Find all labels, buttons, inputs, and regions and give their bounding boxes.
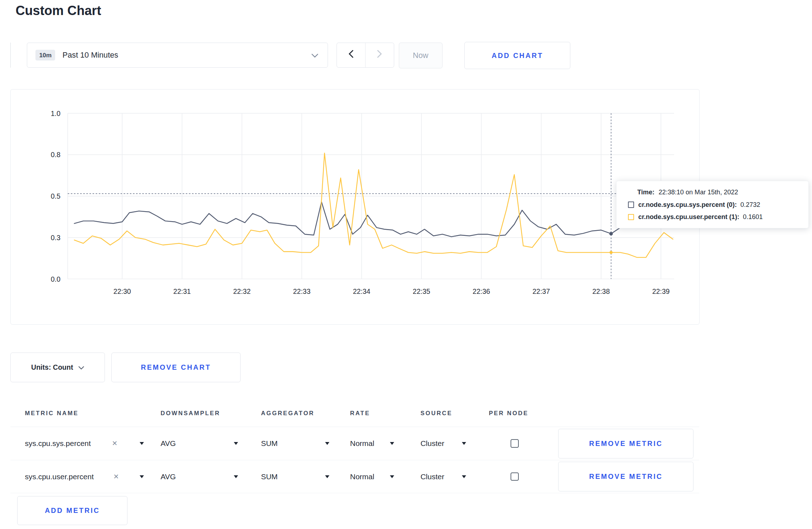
rate-select[interactable]: Normal — [350, 439, 394, 448]
tooltip-series-value: 0.1601 — [743, 213, 763, 221]
page-title: Custom Chart — [15, 3, 101, 18]
toolbar-divider — [10, 43, 11, 68]
step-forward-button[interactable] — [366, 43, 394, 68]
svg-text:22:38: 22:38 — [592, 287, 610, 295]
svg-text:22:37: 22:37 — [532, 287, 550, 295]
chevron-right-icon — [377, 50, 382, 60]
custom-chart-page: Custom Chart 10m Past 10 Minutes Now ADD… — [0, 0, 812, 529]
aggregator-select[interactable]: SUM — [261, 472, 329, 481]
col-header-source: SOURCE — [420, 410, 489, 417]
caret-down-icon — [390, 442, 394, 445]
metrics-table-header: METRIC NAME DOWNSAMPLER AGGREGATOR RATE … — [10, 400, 699, 427]
metric-name-select[interactable]: sys.cpu.user.percent ✕ — [25, 472, 144, 481]
svg-text:22:30: 22:30 — [113, 287, 131, 295]
svg-text:22:39: 22:39 — [652, 287, 670, 295]
tooltip-series-row: cr.node.sys.cpu.user.percent (1): 0.1601 — [628, 213, 799, 221]
caret-down-icon — [325, 475, 329, 478]
chart-svg: 22:3022:3122:3222:3322:3422:3522:3622:37… — [11, 89, 699, 324]
svg-text:0.3: 0.3 — [51, 234, 61, 242]
caret-down-icon — [234, 442, 238, 445]
svg-text:22:36: 22:36 — [473, 287, 490, 295]
tooltip-time: Time:22:38:10 on Mar 15th, 2022 — [637, 189, 799, 196]
aggregator-value: SUM — [261, 439, 278, 448]
source-select[interactable]: Cluster — [420, 439, 466, 448]
chart-panel[interactable]: 22:3022:3122:3222:3322:3422:3522:3622:37… — [10, 89, 700, 325]
step-back-button[interactable] — [337, 43, 366, 68]
svg-text:0.0: 0.0 — [51, 275, 61, 283]
chevron-down-icon — [311, 50, 318, 60]
remove-metric-button[interactable]: REMOVE METRIC — [558, 429, 693, 458]
svg-text:22:32: 22:32 — [233, 287, 251, 295]
caret-down-icon — [462, 442, 466, 445]
svg-text:22:33: 22:33 — [293, 287, 310, 295]
metric-name-value: sys.cpu.user.percent — [25, 472, 93, 481]
time-range-badge: 10m — [35, 50, 55, 60]
tooltip-series-name: cr.node.sys.cpu.user.percent (1): — [638, 213, 739, 221]
close-icon[interactable]: ✕ — [113, 473, 119, 481]
add-chart-button[interactable]: ADD CHART — [464, 42, 570, 69]
add-metric-button[interactable]: ADD METRIC — [17, 496, 128, 525]
caret-down-icon — [234, 475, 238, 478]
caret-down-icon — [462, 475, 466, 478]
units-label: Units: Count — [31, 363, 73, 372]
svg-text:0.5: 0.5 — [51, 192, 61, 200]
downsampler-select[interactable]: AVG — [160, 439, 238, 448]
chart-tooltip: Time:22:38:10 on Mar 15th, 2022 cr.node.… — [616, 181, 809, 228]
metric-name-value: sys.cpu.sys.percent — [25, 439, 91, 448]
caret-down-icon — [325, 442, 329, 445]
time-range-label: Past 10 Minutes — [63, 50, 311, 60]
chevron-down-icon — [78, 363, 84, 372]
tooltip-time-label: Time: — [637, 189, 654, 196]
units-select[interactable]: Units: Count — [10, 353, 105, 382]
aggregator-value: SUM — [261, 472, 278, 481]
col-header-downsampler: DOWNSAMPLER — [160, 410, 261, 417]
close-icon[interactable]: ✕ — [112, 440, 118, 447]
remove-metric-button[interactable]: REMOVE METRIC — [558, 462, 693, 491]
svg-text:22:34: 22:34 — [353, 287, 371, 295]
tooltip-series-name: cr.node.sys.cpu.sys.percent (0): — [638, 201, 737, 209]
tooltip-series-value: 0.2732 — [740, 201, 760, 209]
metric-name-select[interactable]: sys.cpu.sys.percent ✕ — [25, 439, 144, 448]
source-value: Cluster — [420, 472, 444, 481]
chevron-left-icon — [348, 50, 353, 60]
series-swatch-icon — [628, 214, 634, 220]
col-header-aggregator: AGGREGATOR — [261, 410, 350, 417]
svg-text:0.8: 0.8 — [51, 151, 61, 159]
series-swatch-icon — [628, 202, 634, 208]
rate-select[interactable]: Normal — [350, 472, 394, 481]
metrics-table: METRIC NAME DOWNSAMPLER AGGREGATOR RATE … — [10, 400, 699, 493]
tooltip-time-value: 22:38:10 on Mar 15th, 2022 — [659, 189, 738, 196]
caret-down-icon — [140, 475, 144, 478]
time-range-select[interactable]: 10m Past 10 Minutes — [27, 43, 328, 68]
table-row: sys.cpu.user.percent ✕ AVG SUM Normal Cl… — [10, 460, 699, 494]
rate-value: Normal — [350, 439, 374, 448]
svg-text:22:31: 22:31 — [173, 287, 191, 295]
time-step-buttons — [337, 43, 394, 68]
caret-down-icon — [140, 442, 144, 445]
col-header-metric-name: METRIC NAME — [25, 410, 160, 417]
caret-down-icon — [390, 475, 394, 478]
svg-text:1.0: 1.0 — [51, 110, 61, 117]
table-row: sys.cpu.sys.percent ✕ AVG SUM Normal Clu… — [10, 427, 699, 460]
remove-chart-button[interactable]: REMOVE CHART — [111, 353, 241, 382]
now-button[interactable]: Now — [399, 43, 443, 69]
source-select[interactable]: Cluster — [420, 472, 466, 481]
rate-value: Normal — [350, 472, 374, 481]
tooltip-series-row: cr.node.sys.cpu.sys.percent (0): 0.2732 — [628, 201, 799, 209]
per-node-checkbox[interactable] — [511, 472, 519, 481]
source-value: Cluster — [420, 439, 444, 448]
col-header-per-node: PER NODE — [489, 410, 558, 417]
per-node-checkbox[interactable] — [511, 439, 519, 447]
svg-text:22:35: 22:35 — [413, 287, 430, 295]
aggregator-select[interactable]: SUM — [261, 439, 329, 448]
downsampler-select[interactable]: AVG — [160, 472, 238, 481]
col-header-rate: RATE — [350, 410, 421, 417]
downsampler-value: AVG — [160, 472, 176, 481]
downsampler-value: AVG — [160, 439, 176, 448]
